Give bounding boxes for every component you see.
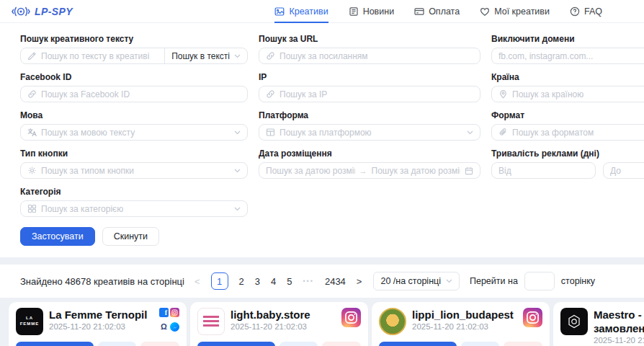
credit-card-icon	[414, 6, 424, 17]
creative-text-input[interactable]	[41, 51, 158, 61]
link-icon	[27, 89, 37, 99]
card-date: 2025-11-20 21:02:03	[412, 322, 517, 331]
avatar: La FEMME	[16, 308, 43, 335]
facebook-id-input[interactable]	[41, 89, 241, 99]
field-label: Пошук креативного тексту	[20, 34, 248, 44]
field-label: Платформа	[259, 110, 480, 120]
duration-to-input[interactable]	[610, 166, 644, 176]
chevron-down-icon	[467, 130, 473, 135]
creative-cards-row: La FEMME La Femme Ternopil 2025-11-20 21…	[0, 302, 644, 346]
link-icon	[266, 51, 275, 61]
views-button[interactable]	[279, 342, 318, 346]
gear-icon	[27, 166, 37, 175]
reset-button[interactable]: Скинути	[102, 227, 159, 246]
calendar-icon	[465, 167, 473, 175]
gallery-icon	[274, 6, 285, 17]
url-input[interactable]	[279, 51, 473, 61]
field-label: Виключити домени	[491, 34, 644, 44]
field-label: Пошук за URL	[259, 34, 480, 44]
days-active-button[interactable]: 0 days	[379, 342, 457, 346]
format-input[interactable]	[512, 128, 644, 138]
chevron-down-icon	[234, 169, 241, 173]
filter-ip: IP	[259, 72, 480, 102]
question-icon	[570, 6, 580, 17]
heart-icon	[480, 6, 490, 17]
exclude-domains-input[interactable]	[498, 51, 644, 61]
field-label: Категорія	[20, 187, 248, 197]
days-active-button[interactable]: 3 days	[197, 342, 275, 346]
language-select[interactable]: Пошук за мовою тексту	[20, 124, 248, 141]
card-date: 2025-11-20 21:02:03	[231, 322, 336, 331]
apply-button[interactable]: Застосувати	[20, 227, 95, 246]
logo-text: LP-SPY	[35, 6, 73, 17]
chevron-down-icon	[234, 54, 241, 58]
tab-news[interactable]: Новини	[349, 0, 395, 23]
category-select[interactable]: Пошук за категорією	[20, 200, 248, 217]
creative-card[interactable]: lippi_lion_budapest 2025-11-20 21:02:03 …	[372, 302, 550, 346]
avatar	[379, 308, 406, 335]
logo[interactable]: LP-SPY	[12, 6, 73, 17]
page-2[interactable]: 2	[239, 276, 244, 287]
filter-url: Пошук за URL	[259, 34, 480, 64]
chevron-down-icon	[234, 207, 241, 211]
creative-card[interactable]: light.baby.store 2025-11-20 21:02:03 3 d…	[190, 302, 368, 346]
ip-input[interactable]	[279, 89, 473, 99]
prev-page-button[interactable]: <	[194, 276, 200, 287]
platform-select[interactable]: Пошук за платформою	[259, 124, 480, 141]
page-1[interactable]: 1	[211, 272, 228, 290]
tab-my-creatives[interactable]: Мої креативи	[480, 0, 550, 23]
filter-platform: Платформа Пошук за платформою	[259, 110, 480, 141]
eye-logo-icon	[12, 6, 30, 17]
per-page-select[interactable]: 20 /на сторінці	[373, 272, 460, 290]
date-to-input[interactable]	[372, 166, 461, 176]
filter-country: Країна	[491, 72, 644, 102]
card-title: light.baby.store	[231, 308, 336, 321]
card-title: La Femme Ternopil	[49, 308, 153, 321]
results-summary: Знайдено 48678 креативів на сторінці	[20, 276, 184, 287]
jump-to-page: Перейти на сторінку	[470, 272, 595, 290]
field-label: Дата розміщення	[259, 148, 480, 159]
creative-card[interactable]: Maestro - кухні, меблі на замовлення в У…	[553, 302, 644, 346]
card-title: Maestro - кухні, меблі на замовлення в У…	[594, 308, 644, 335]
date-from-input[interactable]	[266, 166, 355, 176]
views-button[interactable]	[461, 342, 500, 346]
like-button[interactable]	[504, 342, 542, 346]
chevron-down-icon	[234, 130, 241, 135]
field-label: Facebook ID	[20, 72, 248, 82]
like-button[interactable]	[322, 342, 361, 346]
date-range-picker[interactable]: →	[259, 162, 480, 179]
facebook-icon: f	[159, 308, 169, 317]
like-button[interactable]	[140, 342, 179, 346]
creative-card[interactable]: La FEMME La Femme Ternopil 2025-11-20 21…	[9, 302, 187, 346]
pagination-ellipsis[interactable]: •••	[303, 278, 313, 285]
tab-faq[interactable]: FAQ	[570, 0, 602, 23]
filter-button-type: Тип кнопки Пошук за типом кнопки	[20, 148, 248, 179]
results-bar: Знайдено 48678 креативів на сторінці < 1…	[0, 265, 644, 298]
country-input[interactable]	[512, 89, 644, 99]
tab-creatives[interactable]: Креативи	[274, 0, 328, 23]
filter-duration: Тривалість реклами (дні)	[491, 148, 644, 179]
avatar	[560, 308, 588, 335]
days-active-button[interactable]: 3 days	[16, 342, 94, 346]
text-search-mode-select[interactable]: Пошук в тексті	[164, 48, 241, 63]
card-date: 2025-11-20 21:02:03	[49, 322, 153, 331]
field-label: Тип кнопки	[20, 148, 248, 159]
page-last[interactable]: 2434	[325, 276, 346, 287]
pagination: < 1 2 3 4 5 ••• 2434 >	[194, 272, 362, 290]
page-5[interactable]: 5	[287, 276, 292, 287]
field-label: Тривалість реклами (дні)	[491, 148, 644, 159]
field-label: IP	[259, 72, 480, 82]
tab-payment[interactable]: Оплата	[414, 0, 460, 23]
filter-facebook-id: Facebook ID	[20, 72, 248, 102]
page-4[interactable]: 4	[271, 276, 276, 287]
duration-from-input[interactable]	[498, 166, 589, 176]
next-page-button[interactable]: >	[357, 276, 362, 287]
header: LP-SPY Креативи Новини Оплата Мої креати…	[0, 0, 644, 23]
page-3[interactable]: 3	[255, 276, 260, 287]
jump-page-input[interactable]	[524, 272, 555, 290]
instagram-icon	[170, 308, 179, 317]
button-type-select[interactable]: Пошук за типом кнопки	[20, 162, 248, 179]
filter-format: Формат	[491, 110, 644, 141]
views-button[interactable]	[98, 342, 137, 346]
filter-panel: Пошук креативного тексту Пошук в тексті …	[0, 23, 644, 257]
